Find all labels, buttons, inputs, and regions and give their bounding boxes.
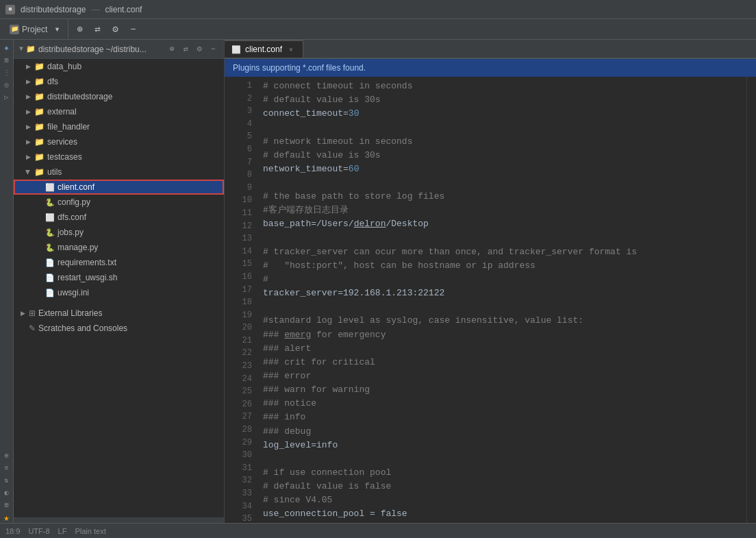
tree-item-utils[interactable]: ▶ 📁 utils: [14, 164, 224, 180]
status-filetype: Plain text: [75, 527, 105, 535]
folder-utils: 📁: [34, 167, 45, 177]
project-header-icons: ⊕ ⇄ ⚙ −: [166, 44, 218, 55]
sidebar-icon-2[interactable]: ⊞: [1, 55, 12, 66]
folder-file_handler: 📁: [34, 122, 45, 132]
status-line-sep: LF: [58, 527, 67, 535]
folder-distributedstorage: 📁: [34, 92, 45, 101]
ph-gear-icon[interactable]: ⚙: [194, 44, 205, 55]
folder-dfs: 📁: [34, 77, 45, 86]
arrow-external-libraries: ▶: [19, 310, 26, 317]
tree-triangle: ▼: [19, 45, 23, 53]
tree-item-config-py[interactable]: ▶ 🐍 config.py: [14, 195, 224, 210]
minus-icon[interactable]: −: [126, 23, 140, 36]
sidebar-icon-bottom-3[interactable]: ⇅: [1, 475, 12, 486]
arrow-file_handler: ▶: [25, 123, 32, 130]
ph-globe-icon[interactable]: ⊕: [166, 44, 177, 55]
status-line-col: 18:9: [5, 527, 20, 535]
scratches-icon: ✎: [29, 323, 36, 333]
gear-icon[interactable]: ⚙: [108, 23, 122, 36]
app-title: distributedstorage: [21, 5, 86, 14]
arrow-data_hub: ▶: [25, 63, 32, 70]
tree-content: ▶ 📁 data_hub ▶ 📁 dfs ▶ 📁 distributedstor…: [14, 59, 224, 517]
file-icon-uwsgi-ini: 📄: [45, 289, 55, 297]
tree-item-testcases[interactable]: ▶ 📁 testcases: [14, 149, 224, 164]
project-header: ▼ 📁 distributedstorage ~/distribu... ⊕ ⇄…: [14, 40, 224, 59]
project-label: Project: [22, 25, 47, 34]
tree-label-external-libraries: External Libraries: [38, 308, 102, 318]
tree-label-client-conf: client.conf: [58, 182, 94, 192]
title-bar: ■ distributedstorage — client.conf: [0, 0, 756, 19]
folder-icon-header: 📁: [26, 45, 36, 53]
ph-minus-icon[interactable]: −: [207, 44, 218, 55]
tab-close-button[interactable]: ×: [286, 45, 296, 54]
tree-item-scratches[interactable]: ▶ ✎ Scratches and Consoles: [14, 321, 224, 336]
tree-item-file_handler[interactable]: ▶ 📁 file_handler: [14, 119, 224, 134]
tree-item-distributedstorage[interactable]: ▶ 📁 distributedstorage: [14, 89, 224, 104]
tree-item-jobs-py[interactable]: ▶ 🐍 jobs.py: [14, 225, 224, 240]
sidebar-icon-1[interactable]: ◈: [1, 42, 12, 53]
globe-icon[interactable]: ⊕: [73, 23, 86, 36]
tree-label-manage-py: manage.py: [58, 243, 98, 252]
tree-item-restart-uwsgi-sh[interactable]: ▶ 📄 restart_uwsgi.sh: [14, 270, 224, 285]
tab-file-icon: ⬜: [231, 45, 241, 54]
file-icon-requirements-txt: 📄: [45, 258, 55, 267]
sidebar-icon-5[interactable]: ▷: [1, 92, 12, 103]
status-encoding: UTF-8: [28, 527, 49, 535]
code-content[interactable]: # connect timeout in seconds # default v…: [257, 77, 746, 523]
tree-label-requirements-txt: requirements.txt: [58, 258, 116, 267]
sidebar-icon-4[interactable]: ◎: [1, 80, 12, 90]
tab-client-conf[interactable]: ⬜ client.conf ×: [225, 40, 303, 58]
ph-arrows-icon[interactable]: ⇄: [180, 44, 191, 55]
file-icon-client-conf: ⬜: [45, 183, 55, 192]
right-gutter: [746, 77, 756, 523]
left-sidebar: ◈ ⊞ ⋮ ◎ ▷ ⊕ ≡ ⇅ ◐ ⊞ ★: [0, 40, 14, 523]
tree-item-manage-py[interactable]: ▶ 🐍 manage.py: [14, 240, 224, 255]
tree-item-dfs-conf[interactable]: ▶ ⬜ dfs.conf: [14, 210, 224, 225]
tree-root-label: distributedstorage ~/distribu...: [38, 45, 147, 54]
folder-services: 📁: [34, 137, 45, 147]
tree-item-external-libraries[interactable]: ▶ ⊞ External Libraries: [14, 306, 224, 321]
tree-label-external: external: [47, 107, 77, 117]
file-icon-dfs-conf: ⬜: [45, 213, 55, 222]
tree-label-scratches: Scratches and Consoles: [38, 323, 127, 333]
tree-item-services[interactable]: ▶ 📁 services: [14, 134, 224, 149]
favorites-star-icon[interactable]: ★: [1, 512, 12, 523]
tree-item-external[interactable]: ▶ 📁 external: [14, 104, 224, 119]
sidebar-icon-bottom-2[interactable]: ≡: [1, 463, 12, 474]
folder-icon-small: 📁: [10, 25, 19, 34]
project-panel: ▼ 📁 distributedstorage ~/distribu... ⊕ ⇄…: [14, 40, 225, 523]
tree-bottom: ▶ ⊞ External Libraries ▶ ✎ Scratches and…: [14, 306, 224, 336]
tree-label-distributedstorage: distributedstorage: [47, 92, 112, 101]
file-title: client.conf: [105, 5, 142, 14]
tree-scrollbar[interactable]: [14, 517, 224, 523]
tree-item-data_hub[interactable]: ▶ 📁 data_hub: [14, 59, 224, 74]
arrows-icon[interactable]: ⇄: [90, 23, 104, 36]
sidebar-icon-3[interactable]: ⋮: [1, 67, 12, 78]
tree-label-dfs: dfs: [47, 77, 58, 86]
tab-label: client.conf: [245, 45, 282, 54]
app-icon: ■: [5, 5, 15, 14]
tree-item-client-conf[interactable]: ▶ ⬜ client.conf: [14, 180, 224, 195]
sidebar-icon-bottom-5[interactable]: ⊞: [1, 500, 12, 511]
editor-area: ⬜ client.conf × Plugins supporting *.con…: [225, 40, 756, 523]
folder-external: 📁: [34, 107, 45, 117]
tree-item-uwsgi-ini[interactable]: ▶ 📄 uwsgi.ini: [14, 285, 224, 300]
file-icon-config-py: 🐍: [45, 198, 55, 207]
tree-label-config-py: config.py: [58, 197, 90, 207]
tree-label-dfs-conf: dfs.conf: [58, 212, 86, 222]
info-banner: Plugins supporting *.conf files found.: [225, 59, 756, 77]
ext-lib-icon: ⊞: [29, 308, 36, 318]
sidebar-icon-bottom-1[interactable]: ⊕: [1, 450, 12, 461]
tree-label-utils: utils: [47, 167, 62, 177]
file-icon-restart-uwsgi-sh: 📄: [45, 273, 55, 282]
arrow-external: ▶: [25, 108, 32, 115]
tree-item-dfs[interactable]: ▶ 📁 dfs: [14, 74, 224, 89]
main-layout: ◈ ⊞ ⋮ ◎ ▷ ⊕ ≡ ⇅ ◐ ⊞ ★ ▼ 📁 distributedsto…: [0, 40, 756, 523]
tree-item-requirements-txt[interactable]: ▶ 📄 requirements.txt: [14, 255, 224, 270]
sidebar-icon-bottom-4[interactable]: ◐: [1, 487, 12, 498]
code-editor[interactable]: 12345 678910 1112131415 1617181920 21222…: [225, 77, 756, 523]
arrow-utils: ▶: [25, 169, 32, 175]
dropdown-arrow[interactable]: ▾: [50, 23, 64, 36]
project-section: 📁 Project ▾: [5, 19, 68, 39]
line-numbers: 12345 678910 1112131415 1617181920 21222…: [225, 77, 257, 523]
